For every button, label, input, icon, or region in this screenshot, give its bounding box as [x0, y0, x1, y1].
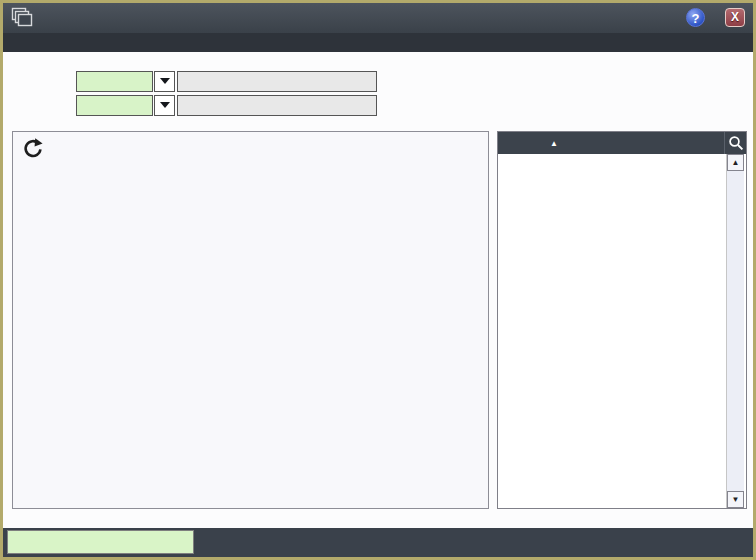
table-header: ▲ [498, 132, 746, 154]
chart-panel [12, 131, 489, 509]
chevron-down-icon [160, 102, 170, 108]
column-header-week[interactable]: ▲ [498, 132, 562, 154]
dcp-group-row [3, 94, 753, 116]
status-field [7, 530, 194, 554]
search-icon[interactable] [724, 132, 746, 154]
close-icon[interactable]: X [725, 8, 745, 27]
help-icon[interactable]: ? [686, 8, 705, 27]
scrollbar[interactable]: ▲ ▼ [727, 154, 744, 508]
factor-description [177, 71, 377, 92]
copy-windows-icon[interactable] [10, 7, 34, 29]
factor-table: ▲ ▲ ▼ [497, 131, 747, 509]
form-area [3, 52, 753, 116]
dcp-factor-window: ? X ▲ [0, 0, 756, 560]
dcp-group-dropdown-button[interactable] [154, 95, 175, 116]
column-header-from-date[interactable] [562, 132, 632, 154]
refresh-icon[interactable] [20, 137, 44, 161]
table-body: ▲ ▼ [498, 154, 746, 508]
scroll-down-icon[interactable]: ▼ [727, 491, 744, 508]
column-header-value[interactable] [632, 132, 724, 154]
factor-row [3, 70, 753, 92]
scroll-up-icon[interactable]: ▲ [727, 154, 744, 171]
sort-ascending-icon: ▲ [546, 139, 558, 148]
toolbar [3, 528, 753, 557]
dcp-group-code-input[interactable] [76, 95, 153, 116]
factor-code-input[interactable] [76, 71, 153, 92]
factor-dropdown-button[interactable] [154, 71, 175, 92]
page-title [3, 33, 753, 52]
chevron-down-icon [160, 78, 170, 84]
titlebar: ? X [3, 3, 753, 33]
dcp-factor-chart [13, 132, 488, 508]
dcp-group-description [177, 95, 377, 116]
